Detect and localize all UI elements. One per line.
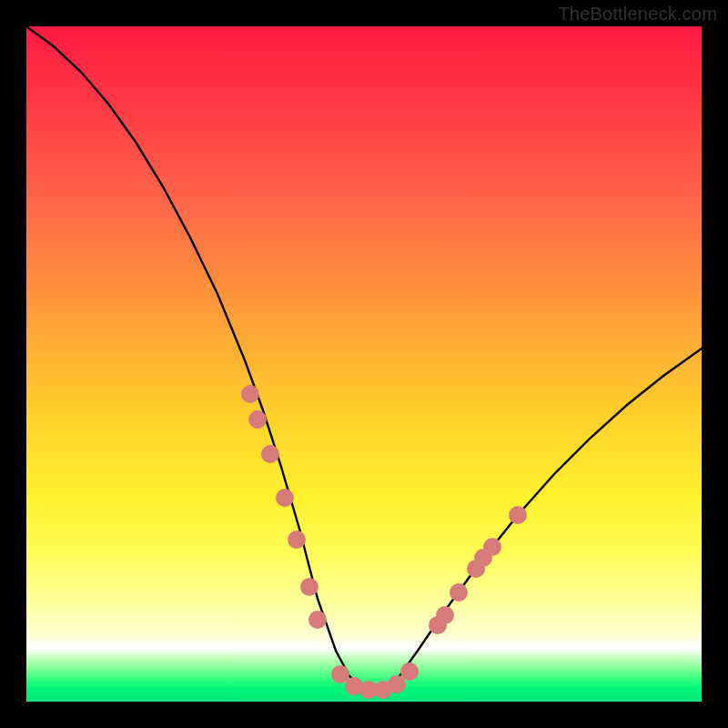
data-marker — [400, 662, 419, 681]
bottleneck-curve — [26, 26, 702, 689]
data-marker — [248, 410, 267, 429]
data-marker — [276, 489, 294, 507]
chart-frame: TheBottleneck.com — [0, 0, 728, 728]
data-marker — [509, 506, 527, 524]
data-marker — [436, 606, 454, 624]
curve-group — [26, 26, 702, 689]
data-marker — [308, 611, 327, 629]
data-marker — [288, 531, 306, 549]
chart-svg — [26, 26, 702, 702]
plot-area — [26, 26, 702, 702]
data-marker — [483, 538, 501, 556]
data-marker — [300, 578, 318, 596]
data-marker — [450, 583, 468, 602]
marker-group — [241, 385, 527, 699]
watermark-text: TheBottleneck.com — [558, 4, 717, 25]
data-marker — [261, 445, 279, 463]
data-marker — [241, 385, 259, 403]
